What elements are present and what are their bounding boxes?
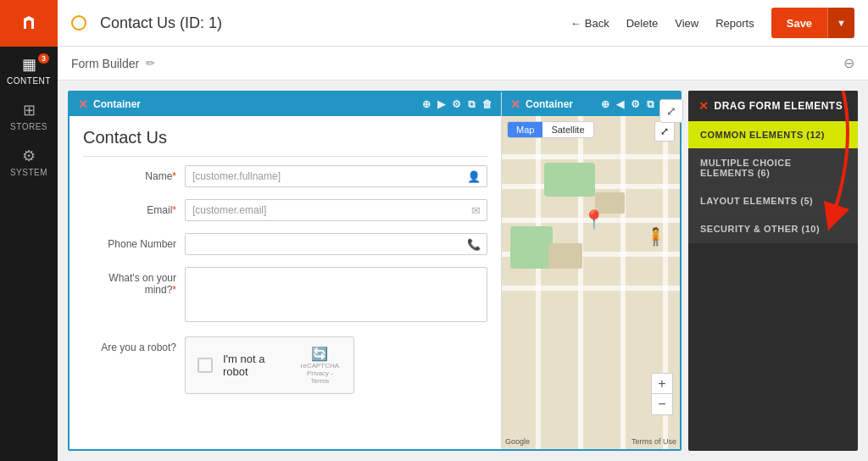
email-required: *	[172, 204, 176, 216]
page-title: Contact Us (ID: 1)	[100, 14, 557, 32]
form-content: Contact Us Name* 👤 Email*	[70, 116, 501, 449]
map-tabs: Map Satellite	[507, 121, 594, 138]
back-link[interactable]: ← Back	[570, 17, 609, 30]
map-person: 🧍	[645, 226, 666, 247]
message-field-row: What's on your mind?*	[83, 267, 487, 325]
email-input-wrapper: ✉	[185, 199, 487, 221]
map-green	[544, 163, 595, 197]
right-container: ✕ Container ⊕ ◀ ⚙ ⧉ 🗑	[502, 92, 680, 449]
recaptcha-icon: 🔄	[298, 346, 342, 362]
map-building	[548, 243, 582, 269]
stores-label: Stores	[10, 122, 47, 131]
sidebar: 3 ▦ Content ⊞ Stores ⚙ System	[0, 0, 58, 461]
map-green	[510, 226, 553, 269]
drag-panel-item-common[interactable]: COMMON ELEMENTS (12)	[688, 121, 858, 149]
map-terms-label: Terms of Use	[632, 437, 676, 446]
recaptcha-links: Privacy - Terms	[298, 369, 342, 385]
captcha-widget: I'm not a robot 🔄 reCAPTCHA Privacy - Te…	[185, 336, 354, 394]
content-area: Form Builder ✏ ⊖ ⤢ ✕ Container ⊕ ▶	[58, 47, 868, 461]
left-icon-gear[interactable]: ⚙	[452, 98, 461, 110]
captcha-logo: 🔄 reCAPTCHA Privacy - Terms	[298, 346, 342, 385]
collapse-icon[interactable]: ⊖	[843, 55, 854, 71]
phone-icon: 📞	[467, 238, 481, 251]
right-icon-copy[interactable]: ⧉	[647, 98, 654, 110]
save-dropdown-button[interactable]: ▼	[827, 8, 854, 38]
person-icon: 👤	[467, 170, 481, 183]
map-road	[502, 154, 680, 159]
left-container-icons: ⊕ ▶ ⚙ ⧉ 🗑	[422, 98, 492, 110]
sidebar-item-system[interactable]: ⚙ System	[0, 138, 58, 184]
reports-link[interactable]: Reports	[715, 17, 754, 30]
map-tab-map[interactable]: Map	[508, 122, 542, 137]
drag-panel-item-multiple[interactable]: MULTIPLE CHOICE ELEMENTS (6)	[688, 149, 858, 187]
left-icon-delete[interactable]: 🗑	[482, 98, 492, 110]
containers-wrapper: ✕ Container ⊕ ▶ ⚙ ⧉ 🗑 Contact Us	[68, 91, 682, 451]
stores-icon: ⊞	[23, 101, 36, 119]
recaptcha-label: reCAPTCHA	[298, 362, 342, 369]
content-label: Content	[7, 76, 51, 86]
map-zoom-in-button[interactable]: +	[652, 374, 672, 394]
content-badge: 3	[38, 53, 49, 64]
message-textarea[interactable]	[185, 267, 487, 322]
name-input-wrapper: 👤	[185, 165, 487, 187]
phone-field-row: Phone Number 📞	[83, 233, 487, 255]
sidebar-item-content[interactable]: 3 ▦ Content	[0, 47, 58, 92]
delete-link[interactable]: Delete	[626, 17, 659, 30]
sidebar-item-stores[interactable]: ⊞ Stores	[0, 92, 58, 138]
message-required: *	[172, 284, 176, 296]
drag-panel-header: ✕ DRAG FORM ELEMENTS	[688, 91, 858, 121]
form-title: Contact Us	[83, 128, 487, 157]
right-icon-back[interactable]: ◀	[616, 98, 624, 110]
toolbar-left: Form Builder ✏	[71, 57, 155, 70]
captcha-checkbox[interactable]	[198, 358, 213, 373]
phone-input[interactable]	[185, 233, 487, 255]
message-label: What's on your mind?*	[83, 267, 176, 296]
email-input[interactable]	[185, 199, 487, 221]
message-input-wrapper	[185, 267, 487, 325]
email-label: Email*	[83, 199, 176, 216]
drag-panel-item-security[interactable]: SECURITY & OTHER (10)	[688, 215, 858, 243]
map-road	[536, 116, 541, 449]
right-container-cross: ✕	[510, 97, 520, 111]
save-button-group: Save ▼	[771, 8, 854, 38]
left-icon-circle[interactable]: ⊕	[422, 98, 431, 110]
map-road	[502, 286, 680, 291]
sidebar-logo[interactable]	[0, 0, 58, 47]
right-icon-circle[interactable]: ⊕	[601, 98, 609, 110]
back-arrow-icon: ←	[570, 17, 581, 30]
map-tab-satellite[interactable]: Satellite	[542, 122, 593, 137]
left-container-cross: ✕	[78, 97, 88, 111]
expand-icon[interactable]: ⤢	[659, 99, 683, 123]
system-label: System	[10, 168, 47, 177]
right-container-title: Container	[526, 98, 596, 110]
phone-label: Phone Number	[83, 233, 176, 250]
email-field-row: Email* ✉	[83, 199, 487, 221]
drag-panel-items: COMMON ELEMENTS (12) MULTIPLE CHOICE ELE…	[688, 121, 858, 243]
map-area[interactable]: 📍 🧍 Map Satellite ⤢ + −	[502, 116, 680, 449]
name-input[interactable]	[185, 165, 487, 187]
header-actions: ← Back Delete View Reports Save ▼	[570, 8, 854, 38]
form-builder-label: Form Builder	[71, 57, 139, 70]
view-link[interactable]: View	[675, 17, 698, 30]
map-zoom-out-button[interactable]: −	[652, 394, 672, 414]
name-label: Name*	[83, 165, 176, 182]
drag-panel-item-layout[interactable]: LAYOUT ELEMENTS (5)	[688, 187, 858, 215]
edit-icon[interactable]: ✏	[146, 57, 155, 69]
builder-canvas: ⤢ ✕ Container ⊕ ▶ ⚙ ⧉ 🗑	[58, 81, 868, 461]
save-button[interactable]: Save	[771, 8, 827, 38]
left-icon-arrow[interactable]: ▶	[437, 98, 445, 110]
email-icon: ✉	[471, 204, 481, 217]
map-fullscreen-button[interactable]: ⤢	[654, 121, 675, 142]
system-icon: ⚙	[22, 147, 36, 165]
map-google-label: Google	[505, 437, 530, 446]
right-icon-gear[interactable]: ⚙	[631, 98, 640, 110]
map-zoom-controls: + −	[651, 373, 673, 415]
left-icon-copy[interactable]: ⧉	[468, 98, 476, 110]
name-required: *	[172, 170, 176, 182]
phone-input-wrapper: 📞	[185, 233, 487, 255]
map-road	[620, 116, 626, 449]
left-container-title: Container	[93, 98, 417, 110]
name-field-row: Name* 👤	[83, 165, 487, 187]
drag-panel-title: DRAG FORM ELEMENTS	[715, 100, 843, 112]
captcha-text: I'm not a robot	[223, 353, 288, 378]
